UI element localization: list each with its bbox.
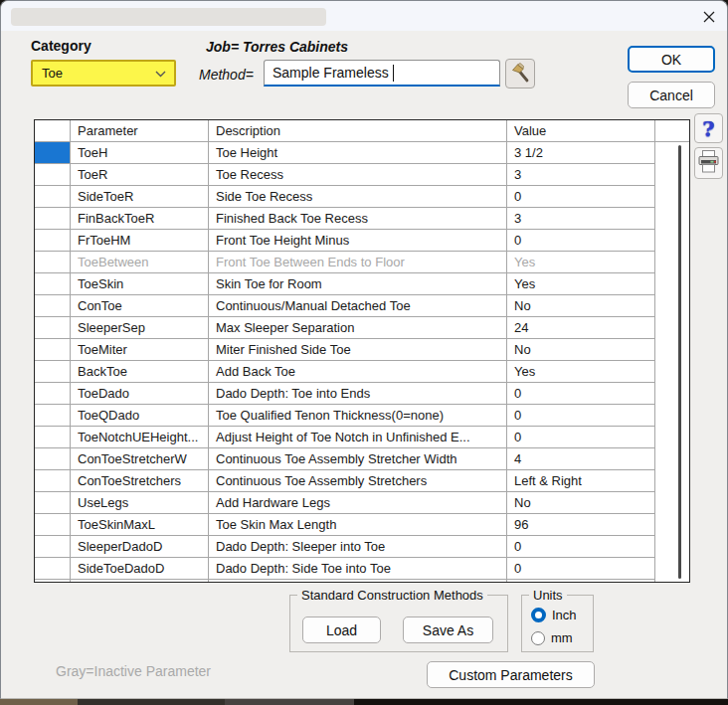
- radio-inch[interactable]: Inch: [531, 608, 577, 622]
- description-cell[interactable]: Continuous Toe Assembly Stretchers: [209, 470, 507, 492]
- description-cell[interactable]: Front Toe Height Minus: [209, 230, 507, 252]
- custom-parameters-button[interactable]: Custom Parameters: [427, 661, 595, 688]
- parameter-cell[interactable]: ToeH: [71, 142, 209, 164]
- row-selector-cell[interactable]: [35, 427, 71, 448]
- parameter-cell[interactable]: ToeDado: [71, 383, 209, 405]
- close-button[interactable]: [700, 8, 718, 26]
- row-selector-cell[interactable]: [35, 448, 71, 470]
- parameter-cell[interactable]: ConToeStretchers: [71, 470, 209, 492]
- description-cell[interactable]: Front Toe Between Ends to Floor: [209, 252, 507, 273]
- value-cell[interactable]: No: [507, 492, 655, 514]
- description-cell[interactable]: Toe Qualified Tenon Thickness(0=none): [209, 405, 507, 427]
- value-cell[interactable]: 0: [507, 186, 655, 208]
- parameter-cell[interactable]: FrToeHM: [71, 230, 209, 252]
- help-button[interactable]: ?: [694, 113, 723, 143]
- load-button[interactable]: Load: [302, 617, 381, 643]
- row-selector-cell[interactable]: [35, 580, 71, 583]
- description-cell[interactable]: Toe Recess: [209, 164, 507, 186]
- row-selector-cell[interactable]: [35, 514, 71, 536]
- row-selector-cell[interactable]: [35, 558, 71, 580]
- value-cell[interactable]: 3 1/2: [507, 142, 655, 164]
- description-cell[interactable]: Add Hardware Legs: [209, 492, 507, 514]
- scrollbar-thumb[interactable]: [678, 145, 681, 579]
- row-selector-cell[interactable]: [35, 164, 71, 186]
- table-row: ToeNotchUEHeight...Adjust Height of Toe …: [35, 427, 689, 448]
- parameter-cell[interactable]: UseLegs: [71, 492, 209, 514]
- value-cell[interactable]: 0: [507, 383, 655, 405]
- value-cell[interactable]: Left & Right: [507, 470, 655, 492]
- description-cell[interactable]: Toe Height: [209, 142, 507, 164]
- parameter-cell[interactable]: FinBackToeR: [71, 208, 209, 230]
- value-cell[interactable]: 96: [507, 514, 655, 536]
- value-cell[interactable]: Yes: [507, 252, 655, 273]
- description-cell[interactable]: Miter Finished Side Toe: [209, 339, 507, 361]
- build-method-button[interactable]: [505, 59, 535, 88]
- value-cell[interactable]: No: [507, 339, 655, 361]
- parameter-cell[interactable]: ToeBetween: [71, 252, 209, 273]
- value-cell[interactable]: Yes: [507, 273, 655, 295]
- value-cell[interactable]: 0: [507, 405, 655, 427]
- value-cell[interactable]: 3: [507, 208, 655, 230]
- row-selector-cell[interactable]: [35, 361, 71, 383]
- value-cell[interactable]: 4: [507, 448, 655, 470]
- row-selector-cell[interactable]: [35, 230, 71, 252]
- table-scrollbar[interactable]: [656, 143, 689, 582]
- parameter-cell[interactable]: ToeSkinMaxL: [71, 514, 209, 536]
- parameter-cell[interactable]: ToeR: [71, 164, 209, 186]
- description-cell[interactable]: Continuous Toe Assembly Stretcher Width: [209, 448, 507, 470]
- description-cell[interactable]: Adjust Height of Toe Notch in Unfinished…: [209, 427, 507, 448]
- parameter-cell[interactable]: ToeQDado: [71, 405, 209, 427]
- description-cell[interactable]: Finished Back Toe Recess: [209, 208, 507, 230]
- parameter-cell[interactable]: [71, 580, 209, 583]
- value-cell[interactable]: Yes: [507, 361, 655, 383]
- value-cell[interactable]: 0: [507, 536, 655, 558]
- description-cell[interactable]: Side Toe Recess: [209, 186, 507, 208]
- row-selector-cell[interactable]: [35, 383, 71, 405]
- parameter-cell[interactable]: SideToeR: [71, 186, 209, 208]
- row-selector-cell[interactable]: [35, 492, 71, 514]
- value-cell[interactable]: 3: [507, 164, 655, 186]
- parameter-cell[interactable]: SleeperDadoD: [71, 536, 209, 558]
- value-cell[interactable]: 24: [507, 317, 655, 339]
- parameter-cell[interactable]: ToeSkin: [71, 273, 209, 295]
- parameter-cell[interactable]: SleeperSep: [71, 317, 209, 339]
- row-selector-cell[interactable]: [35, 252, 71, 273]
- row-selector-cell[interactable]: [35, 186, 71, 208]
- row-selector-cell[interactable]: [35, 405, 71, 427]
- description-cell[interactable]: [209, 580, 507, 583]
- row-selector-cell[interactable]: [35, 317, 71, 339]
- cancel-button[interactable]: Cancel: [628, 82, 715, 108]
- save-as-button[interactable]: Save As: [403, 617, 493, 643]
- parameter-cell[interactable]: ToeMiter: [71, 339, 209, 361]
- value-cell[interactable]: 0: [507, 558, 655, 580]
- row-selector-cell[interactable]: [35, 208, 71, 230]
- category-dropdown[interactable]: Toe: [31, 60, 176, 87]
- ok-button[interactable]: OK: [628, 46, 715, 73]
- description-cell[interactable]: Toe Skin Max Length: [209, 514, 507, 536]
- description-cell[interactable]: Dado Depth: Side Toe into Toe: [209, 558, 507, 580]
- parameter-cell[interactable]: BackToe: [71, 361, 209, 383]
- row-selector-cell[interactable]: [35, 273, 71, 295]
- parameter-cell[interactable]: ConToeStretcherW: [71, 448, 209, 470]
- value-cell[interactable]: 0: [507, 427, 655, 448]
- radio-mm[interactable]: mm: [531, 630, 573, 645]
- description-cell[interactable]: Continuous/Manual Detached Toe: [209, 295, 507, 317]
- parameter-cell[interactable]: ToeNotchUEHeight...: [71, 427, 209, 448]
- row-selector-cell[interactable]: [35, 142, 71, 164]
- value-cell[interactable]: 0: [507, 230, 655, 252]
- description-cell[interactable]: Add Back Toe: [209, 361, 507, 383]
- description-cell[interactable]: Dado Depth: Toe into Ends: [209, 383, 507, 405]
- method-input[interactable]: Sample Frameless: [264, 60, 500, 87]
- row-selector-cell[interactable]: [35, 536, 71, 558]
- value-cell[interactable]: No: [507, 295, 655, 317]
- parameter-cell[interactable]: SideToeDadoD: [71, 558, 209, 580]
- value-cell[interactable]: [507, 580, 655, 583]
- print-button[interactable]: [694, 147, 723, 179]
- parameter-cell[interactable]: ConToe: [71, 295, 209, 317]
- description-cell[interactable]: Dado Depth: Sleeper into Toe: [209, 536, 507, 558]
- row-selector-cell[interactable]: [35, 295, 71, 317]
- description-cell[interactable]: Max Sleeper Separation: [209, 317, 507, 339]
- row-selector-cell[interactable]: [35, 339, 71, 361]
- row-selector-cell[interactable]: [35, 470, 71, 492]
- description-cell[interactable]: Skin Toe for Room: [209, 273, 507, 295]
